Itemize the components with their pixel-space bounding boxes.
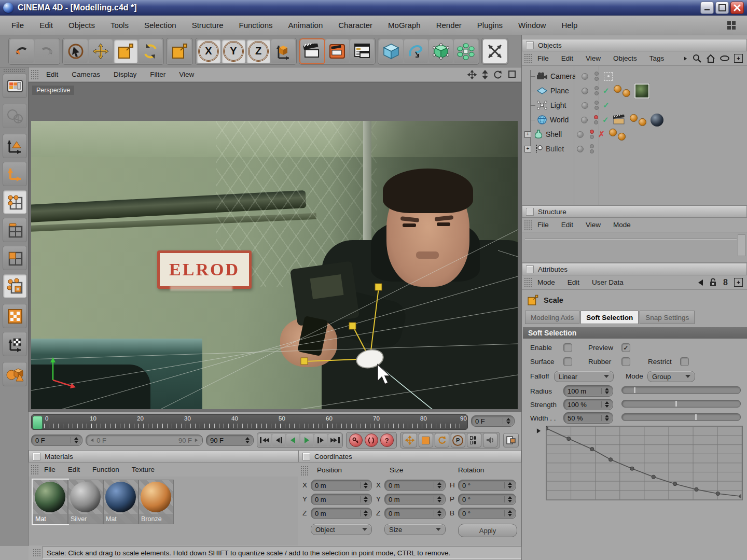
expand-toggle[interactable]: + [524, 146, 531, 152]
radius-slider[interactable] [621, 386, 741, 394]
objects-menu-view[interactable]: View [586, 54, 601, 62]
menu-character[interactable]: Character [338, 21, 372, 30]
autokey-button[interactable] [365, 433, 378, 447]
material-item[interactable]: Bronze [139, 480, 174, 524]
coordinate-system-button[interactable] [271, 39, 295, 63]
object-row-world[interactable]: World ✓ [522, 113, 747, 127]
curve-expander-icon[interactable] [537, 428, 541, 433]
primitives-palette-button[interactable] [3, 362, 27, 386]
layer-dot[interactable] [581, 117, 588, 123]
material-item[interactable]: Silver [68, 480, 103, 524]
viewport-menu-view[interactable]: View [179, 71, 194, 78]
object-name[interactable]: World [550, 116, 575, 124]
viewport[interactable]: Perspective ELROD [29, 82, 521, 412]
add-hypernurbs-button[interactable] [429, 39, 453, 63]
goto-start-button[interactable] [258, 434, 271, 446]
object-name[interactable]: Bullet [546, 145, 571, 153]
attributes-menu-edit[interactable]: Edit [568, 278, 579, 286]
structure-panel-icon[interactable] [526, 208, 534, 216]
attributes-panel-icon[interactable] [526, 265, 534, 273]
uvw-tag-icon[interactable] [622, 89, 630, 97]
softsel-mode-dropdown[interactable]: Group [647, 371, 695, 382]
move-tool-button[interactable] [89, 39, 113, 63]
figure8-icon[interactable]: 8 [723, 278, 728, 287]
enabled-check[interactable]: ✓ [603, 86, 610, 95]
sphere-texture-thumbnail[interactable] [651, 114, 663, 127]
lock-y-axis-button[interactable]: Y [222, 39, 245, 63]
falloff-dropdown[interactable]: Linear [554, 371, 614, 382]
rotate-tool-button[interactable] [139, 39, 162, 63]
objects-menu-edit[interactable]: Edit [561, 54, 573, 62]
materials-menu-edit[interactable]: Edit [68, 466, 80, 473]
timeline-ruler[interactable]: 0 10 20 30 40 50 60 70 80 90 [31, 414, 468, 430]
visibility-dots[interactable] [594, 86, 599, 95]
object-name[interactable]: Light [550, 101, 575, 109]
add-array-button[interactable] [454, 39, 478, 63]
width-field[interactable]: 50 % [563, 412, 613, 424]
key-parameter-button[interactable]: P [451, 433, 465, 447]
tab-soft-selection[interactable]: Soft Selection [580, 311, 639, 324]
objects-menu-tags[interactable]: Tags [649, 54, 665, 62]
menu-functions[interactable]: Functions [239, 21, 273, 30]
object-name[interactable]: Plane [550, 87, 575, 95]
document-options-button[interactable] [503, 433, 519, 447]
play-forward-button[interactable] [300, 434, 313, 446]
object-name[interactable]: Shell [546, 130, 571, 138]
visibility-dots[interactable] [594, 72, 599, 81]
objects-menu-file[interactable]: File [537, 54, 549, 62]
viewport-rotate-icon[interactable] [493, 70, 503, 79]
frame-stepper[interactable] [503, 418, 510, 424]
menu-file[interactable]: File [11, 21, 24, 30]
enabled-check[interactable]: ✓ [602, 115, 609, 124]
material-item[interactable]: Mat [33, 480, 68, 524]
sound-mute-button[interactable] [483, 433, 497, 447]
structure-grip[interactable] [524, 220, 532, 230]
viewport-zoom-icon[interactable] [482, 70, 488, 79]
new-window-icon[interactable]: + [734, 278, 743, 287]
structure-menu-edit[interactable]: Edit [561, 221, 573, 229]
size-mode-dropdown[interactable]: Size [384, 524, 446, 535]
viewport-toggle-icon[interactable] [508, 70, 516, 78]
radius-field[interactable]: 100 m [563, 385, 613, 397]
structure-scrollbar[interactable] [738, 234, 745, 256]
pos-z-field[interactable]: 0 m [311, 508, 372, 519]
use-world-system-button[interactable] [3, 104, 27, 128]
camera-active-icon[interactable] [604, 72, 613, 81]
object-row-shell[interactable]: + Shell ✗ [522, 127, 747, 142]
points-mode-button[interactable] [3, 190, 27, 214]
xpresso-button[interactable] [483, 39, 507, 63]
rot-h-field[interactable]: 0 ° [458, 480, 516, 491]
eye-icon[interactable] [720, 55, 729, 61]
viewport-grip[interactable] [31, 69, 39, 79]
materials-panel-icon[interactable] [33, 453, 40, 460]
object-row-plane[interactable]: Plane ✓ [522, 83, 747, 98]
size-x-field[interactable]: 0 m [384, 480, 446, 491]
materials-grip[interactable] [31, 465, 39, 474]
tab-modeling-axis[interactable]: Modeling Axis [525, 311, 579, 324]
surface-checkbox[interactable] [563, 357, 572, 366]
menu-window[interactable]: Window [518, 21, 546, 30]
menu-animation[interactable]: Animation [288, 21, 323, 30]
visibility-dots[interactable] [590, 130, 594, 139]
maximize-button[interactable] [715, 2, 729, 14]
tag-dot-icon[interactable] [639, 118, 646, 126]
disabled-cross[interactable]: ✗ [598, 130, 605, 139]
structure-panel-title[interactable]: Structure [522, 205, 747, 218]
last-tool-button[interactable] [168, 39, 191, 63]
menu-edit[interactable]: Edit [39, 21, 53, 30]
menu-objects[interactable]: Objects [68, 21, 95, 30]
menu-selection[interactable]: Selection [144, 21, 176, 30]
history-back-icon[interactable] [698, 279, 703, 286]
texture-mode-button[interactable] [3, 304, 27, 328]
edges-mode-button[interactable] [3, 218, 27, 242]
timeline-playhead[interactable] [33, 416, 43, 429]
lock-z-axis-button[interactable]: Z [246, 39, 270, 63]
enabled-check[interactable]: ✓ [603, 101, 610, 110]
viewport-menu-display[interactable]: Display [114, 71, 136, 78]
objects-menu-objects[interactable]: Objects [613, 54, 637, 62]
visibility-dots[interactable] [590, 144, 594, 153]
tag-dot-icon[interactable] [609, 129, 617, 136]
frame-start-field[interactable]: 0 F [31, 435, 82, 446]
falloff-curve-graph[interactable] [546, 426, 743, 500]
enable-checkbox[interactable] [563, 343, 572, 352]
